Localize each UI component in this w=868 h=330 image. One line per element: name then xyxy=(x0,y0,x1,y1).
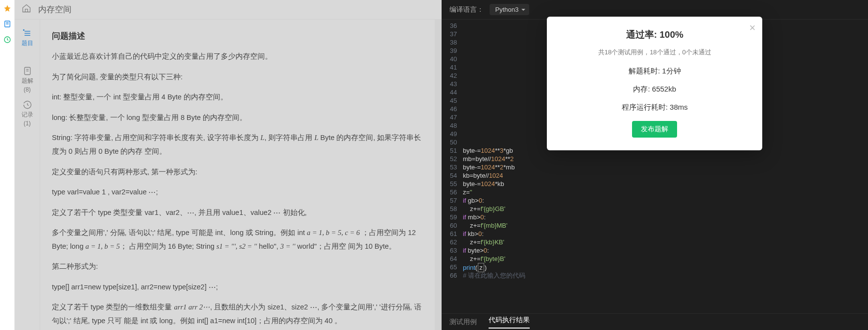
tab-testcase[interactable]: 测试用例 xyxy=(449,318,477,327)
nav-record-count: (1) xyxy=(23,120,31,127)
side-nav: 题目 题解 (8) 记录 (1) xyxy=(15,20,40,330)
publish-solution-button[interactable]: 发布题解 xyxy=(632,121,677,138)
right-footer: 测试用例 代码执行结果 xyxy=(442,313,868,330)
modal-subtitle: 共18个测试用例，18个通过，0个未通过 xyxy=(557,48,752,57)
lang-label: 编译语言： xyxy=(449,5,484,14)
problem-p7: type varl=value 1 , var2=value ⋯; xyxy=(52,186,423,199)
problem-p10: 第二种形式为: xyxy=(52,260,423,274)
modal-title: 通过率: 100% xyxy=(557,28,752,41)
nav-record[interactable]: 记录 (1) xyxy=(22,98,33,129)
nav-problem[interactable]: 题目 xyxy=(22,26,33,49)
problem-p8: 定义了若干个 type 类型变量 var1、var2、⋯, 并且用 value1… xyxy=(52,206,423,220)
nav-solution-count: (8) xyxy=(23,86,31,93)
problem-p1: 小蓝最近总喜欢计算自己的代码中定义的变量占用了多少内存空间。 xyxy=(52,50,423,64)
clock-icon[interactable] xyxy=(3,35,12,44)
left-header: 内存空间 xyxy=(15,0,442,20)
right-panel: 编译语言： Python3 36373839404142434445464748… xyxy=(442,0,868,330)
close-icon[interactable]: × xyxy=(749,22,755,34)
scrollbar[interactable] xyxy=(435,20,442,330)
language-select[interactable]: Python3 xyxy=(490,4,530,15)
problem-p12: 定义了若干 type 类型的一维数组变量 arr1 arr 2⋯, 且数组的大小… xyxy=(52,301,423,328)
problem-p2: 为了简化问题, 变量的类型只有以下三种: xyxy=(52,71,423,84)
left-panel: 内存空间 题目 题解 (8) 记录 (1) xyxy=(15,0,442,330)
modal-solve-time: 解题耗时: 1分钟 xyxy=(557,67,752,76)
problem-p4: long: 长整型变量, 一个 long 型变量占用 8 Byte 的内存空间。 xyxy=(52,111,423,125)
svg-point-4 xyxy=(23,30,24,31)
problem-p5: String: 字符串变量, 占用空间和字符串长度有关, 设字符串长度为 L, … xyxy=(52,131,423,158)
home-icon[interactable] xyxy=(22,3,31,16)
nav-solution-label: 题解 xyxy=(22,77,33,85)
problem-p6: 定义变量的语句只有两种形式, 第一种形式为: xyxy=(52,165,423,179)
nav-solution[interactable]: 题解 (8) xyxy=(22,64,33,95)
app-root: 内存空间 题目 题解 (8) 记录 (1) xyxy=(0,0,868,330)
page-title: 内存空间 xyxy=(38,4,71,15)
nav-problem-label: 题目 xyxy=(22,39,33,47)
nav-record-label: 记录 xyxy=(22,111,33,119)
modal-runtime: 程序运行耗时: 38ms xyxy=(557,103,752,112)
star-icon[interactable] xyxy=(3,4,12,13)
line-gutter: 3637383940414243444546474849505152535455… xyxy=(442,20,461,313)
problem-p9: 多个变量之间用',' 分隔, 语句以';' 结尾, type 可能是 int、l… xyxy=(52,226,423,253)
left-body: 题目 题解 (8) 记录 (1) 问题描述 小蓝最近总喜欢计算自己的代码中定义的… xyxy=(15,20,442,330)
problem-p3: int: 整型变量, 一个 int 型变量占用 4 Byte 的内存空间。 xyxy=(52,91,423,104)
tab-result[interactable]: 代码执行结果 xyxy=(489,316,530,329)
problem-heading: 问题描述 xyxy=(52,28,423,44)
problem-content: 问题描述 小蓝最近总喜欢计算自己的代码中定义的变量占用了多少内存空间。 为了简化… xyxy=(40,20,435,330)
modal-memory: 内存: 6552kb xyxy=(557,85,752,94)
icon-rail xyxy=(0,0,15,330)
problem-p11: type[] arr1=new type[size1], arr2=new ty… xyxy=(52,281,423,294)
result-modal: × 通过率: 100% 共18个测试用例，18个通过，0个未通过 解题耗时: 1… xyxy=(547,17,762,150)
book-icon[interactable] xyxy=(3,20,12,28)
